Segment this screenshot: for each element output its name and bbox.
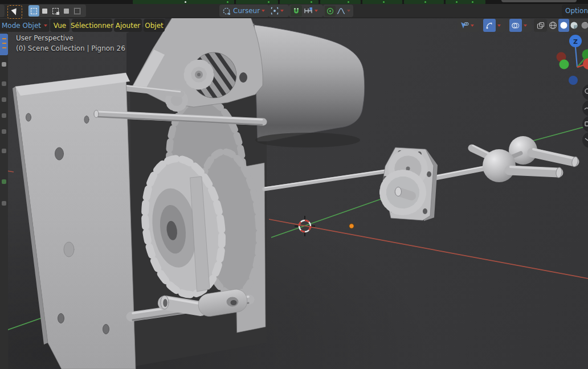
toolbar-move-tool[interactable] bbox=[2, 81, 6, 86]
toolbar-annotate-tool[interactable] bbox=[2, 149, 6, 153]
snap-toggle-button[interactable] bbox=[291, 5, 302, 17]
scene-collection-label: (0) Scene Collection | Pignon 26 bbox=[16, 43, 125, 54]
view3d-header: Mode Objet Vue Sélectionner Ajouter Obje… bbox=[0, 19, 588, 32]
orientation-label: Curseur bbox=[233, 7, 260, 15]
menu-label: Ajouter bbox=[116, 22, 141, 30]
shading-mode-group bbox=[548, 19, 588, 32]
menu-label: Vue bbox=[54, 22, 66, 30]
menu-label: Sélectionner bbox=[71, 22, 113, 30]
chevron-down-icon bbox=[262, 10, 265, 12]
mode-dropdown[interactable]: Mode Objet bbox=[0, 19, 50, 32]
shading-rendered-button[interactable] bbox=[579, 19, 588, 32]
box-select-invert-icon[interactable] bbox=[61, 5, 72, 17]
toolbar-rotate-tool[interactable] bbox=[2, 97, 6, 102]
proportional-editing-button[interactable] bbox=[325, 6, 336, 17]
pivot-point-dropdown[interactable] bbox=[268, 5, 289, 17]
navigation-gizmo[interactable]: Z bbox=[557, 35, 588, 85]
chevron-down-icon bbox=[315, 10, 318, 12]
active-tool-button[interactable] bbox=[7, 5, 22, 19]
chevron-down-icon bbox=[347, 10, 350, 12]
box-select-new-icon[interactable] bbox=[28, 5, 39, 17]
proportional-editing-group bbox=[323, 5, 353, 17]
viewport-3d-scene[interactable]: Z bbox=[0, 0, 588, 369]
chevron-down-icon bbox=[524, 24, 527, 27]
pinion-gear-small bbox=[187, 63, 210, 86]
menu-selectionner[interactable]: Sélectionner bbox=[72, 19, 112, 32]
toolbar-addcube-tool[interactable] bbox=[2, 201, 6, 206]
toolbar-strip bbox=[0, 32, 8, 369]
chevron-down-icon bbox=[497, 24, 501, 27]
shading-wireframe-button[interactable] bbox=[548, 19, 558, 32]
shading-rendered-icon bbox=[581, 21, 588, 30]
gizmos-toggle-group bbox=[481, 19, 505, 32]
viewport-nav-buttons[interactable] bbox=[582, 84, 588, 148]
chevron-down-icon bbox=[44, 24, 47, 27]
gearbox-model[interactable] bbox=[13, 15, 579, 369]
options-label: Options bbox=[565, 7, 588, 15]
view-perspective-label: User Perspective bbox=[16, 33, 74, 43]
gizmo-neg-y-axis[interactable] bbox=[560, 60, 569, 69]
toolbar-measure-tool[interactable] bbox=[2, 179, 6, 184]
toolbar-scale-tool[interactable] bbox=[2, 113, 6, 118]
overlays-toggle-group bbox=[507, 19, 532, 32]
snapping-group bbox=[289, 5, 323, 17]
visibility-filter-icon bbox=[460, 22, 469, 30]
snap-increment-icon bbox=[304, 7, 313, 15]
tool-settings-bar: Curseur bbox=[0, 4, 588, 18]
overlays-toggle-button[interactable] bbox=[509, 19, 522, 32]
editor-above-strip bbox=[0, 0, 588, 4]
box-select-extend-icon[interactable] bbox=[39, 5, 50, 17]
proportional-editing-icon bbox=[326, 7, 334, 15]
blender-window: Z User Perspective (0) Scene Collection … bbox=[0, 0, 588, 369]
gizmo-neg-z-axis[interactable] bbox=[569, 76, 578, 85]
options-button[interactable]: Options bbox=[562, 5, 588, 17]
menu-vue[interactable]: Vue bbox=[50, 19, 70, 32]
menu-ajouter[interactable]: Ajouter bbox=[114, 19, 142, 32]
toolbar-transform-tool[interactable] bbox=[2, 129, 6, 134]
select-box-cursor-icon bbox=[11, 8, 18, 16]
transform-orientation-dropdown[interactable]: Curseur bbox=[219, 5, 269, 17]
xray-toggle-button[interactable] bbox=[534, 19, 547, 32]
shading-material-icon bbox=[570, 21, 578, 30]
small-gearbox bbox=[383, 147, 438, 221]
overlays-toggle-icon bbox=[511, 22, 520, 30]
snap-magnet-icon bbox=[292, 7, 300, 15]
toolbar-active-select-tool[interactable] bbox=[0, 34, 8, 55]
mode-label: Mode Objet bbox=[2, 22, 41, 30]
partial-tool-icon[interactable] bbox=[0, 5, 5, 17]
gizmo-z-label: Z bbox=[573, 38, 578, 46]
menu-label: Objet bbox=[145, 22, 163, 30]
gizmo-toggle-icon bbox=[485, 22, 493, 30]
shading-solid-button[interactable] bbox=[558, 19, 569, 32]
visibility-filter-dropdown[interactable] bbox=[458, 19, 479, 32]
menu-objet[interactable]: Objet bbox=[144, 19, 165, 32]
chevron-down-icon bbox=[280, 10, 284, 12]
shading-material-button[interactable] bbox=[569, 19, 580, 32]
universal-joint bbox=[472, 136, 579, 182]
shading-solid-icon bbox=[560, 21, 568, 30]
select-mode-group bbox=[28, 5, 86, 17]
pivot-point-icon bbox=[271, 7, 279, 15]
gizmo-toggle-button[interactable] bbox=[483, 19, 496, 32]
shading-wireframe-icon bbox=[549, 21, 557, 30]
object-origin-dot[interactable] bbox=[349, 224, 354, 228]
box-select-intersect-icon[interactable] bbox=[72, 5, 83, 17]
toolbar-cursor-tool[interactable] bbox=[2, 62, 6, 67]
orientation-gimbal-icon bbox=[222, 7, 231, 15]
chevron-down-icon bbox=[471, 24, 474, 27]
box-select-subtract-icon[interactable] bbox=[50, 5, 61, 17]
xray-toggle-icon bbox=[537, 22, 545, 30]
falloff-curve-icon bbox=[337, 7, 345, 15]
